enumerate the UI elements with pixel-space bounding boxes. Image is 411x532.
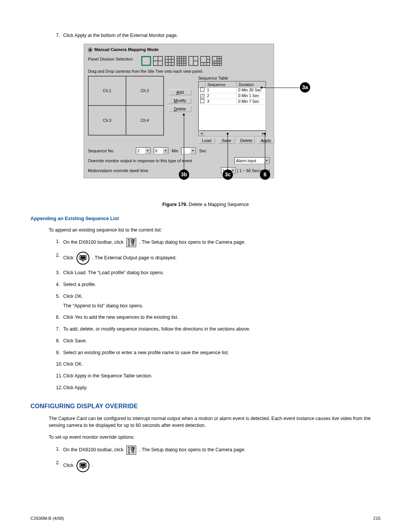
seqno-dd[interactable]: 2▾	[136, 147, 151, 154]
modify-button[interactable]: Modify	[169, 97, 191, 104]
chevron-down-icon[interactable]: ▾	[190, 148, 196, 153]
append-step-7: To add, delete, or modify sequence insta…	[30, 326, 381, 333]
append-step-8: Click Save.	[30, 337, 381, 345]
configure-steps: On the DX8100 toolbar, click . The Setup…	[30, 446, 381, 472]
delete-button[interactable]: Delete	[169, 106, 191, 112]
sequence-table: Sequence Duration 10 Min 30 Sec ✓20 Min …	[198, 81, 266, 131]
seqmin-dd[interactable]: 0▾	[154, 147, 169, 154]
append-step-12: Click Apply.	[30, 384, 381, 391]
callout-3c: 3c	[223, 169, 233, 180]
radio-icon	[88, 48, 92, 52]
seq-header-seq: Sequence	[206, 81, 237, 88]
drag-hint: Drag and Drop cameras from the Site Tree…	[88, 69, 270, 73]
layout-options	[141, 56, 222, 66]
page-footer: C2630M-B (4/08) 215	[30, 516, 381, 521]
append-step-1: On the DX8100 toolbar, click . The Setup…	[30, 238, 381, 247]
checkbox-icon[interactable]	[200, 99, 204, 103]
section-configure-title: CONFIGURING DISPLAY OVERRIDE	[30, 403, 381, 410]
ch1[interactable]: Ch:1	[88, 76, 126, 106]
layout-2x2[interactable]	[153, 56, 163, 66]
table-row[interactable]: ✓20 Min 1 Sec	[199, 93, 266, 99]
seq-table-title: Sequence Table	[198, 76, 274, 80]
checkbox-icon[interactable]	[200, 88, 204, 92]
table-row[interactable]: 10 Min 30 Sec	[199, 88, 266, 93]
load-button[interactable]: Load	[198, 138, 215, 144]
svg-rect-3	[81, 464, 85, 466]
chevron-down-icon[interactable]: ▾	[145, 148, 150, 153]
append-step-5: Click OK. The “Append to list” dialog bo…	[30, 293, 381, 310]
callout-3b: 3b	[179, 169, 189, 180]
layout-big1[interactable]	[188, 56, 198, 66]
append-step-4: Select a profile.	[30, 281, 381, 288]
intro-step-7: Click Apply at the bottom of the Externa…	[30, 32, 381, 39]
append-step-3: Click Load. The “Load profile” dialog bo…	[30, 269, 381, 276]
chevron-down-icon[interactable]: ▾	[163, 148, 168, 153]
panel: Manual Camera Mapping Mode Panel Divisio…	[84, 44, 274, 178]
append-steps: On the DX8100 toolbar, click . The Setup…	[30, 238, 381, 391]
append-intro: To append an existing sequence list to t…	[30, 227, 381, 234]
ch4[interactable]: Ch:4	[126, 105, 164, 135]
append-step-11: Click Apply in the Sequence Table sectio…	[30, 372, 381, 380]
layout-big2[interactable]	[200, 56, 210, 66]
callout-3a: 3a	[300, 82, 310, 93]
monitor-icon	[76, 459, 89, 472]
tools-icon	[126, 238, 136, 247]
ch3[interactable]: Ch:3	[88, 105, 126, 135]
apply-button[interactable]: Apply	[258, 138, 274, 144]
override-row: Override monitor output in response to t…	[88, 157, 270, 164]
tools-icon	[126, 446, 136, 455]
delete2-button[interactable]: Delete	[238, 138, 255, 144]
configure-step-1: On the DX8100 toolbar, click . The Setup…	[30, 446, 381, 455]
save-button[interactable]: Save	[218, 138, 235, 144]
layout-4x4[interactable]	[177, 56, 186, 66]
footer-right: 215	[373, 516, 381, 521]
configure-intro: To set up event monitor override options…	[30, 434, 381, 441]
configure-step-2: Click .	[30, 459, 381, 472]
figure-diagram: Manual Camera Mapping Mode Panel Divisio…	[84, 44, 327, 207]
append-step-10: Click OK.	[30, 361, 381, 368]
intro-steps: Click Apply at the bottom of the Externa…	[30, 32, 381, 39]
channel-grid[interactable]: Ch:1 Ch:2 Ch:3 Ch:4	[88, 76, 164, 136]
layout-1x1[interactable]	[141, 56, 151, 66]
append-step-6: Click Yes to add the new sequences to th…	[30, 314, 381, 321]
division-row: Panel Division Selection	[88, 56, 270, 66]
add-button[interactable]: Add	[169, 89, 191, 95]
panel-mode: Manual Camera Mapping Mode	[88, 47, 270, 52]
layout-3x3[interactable]	[165, 56, 175, 66]
scroll-left-icon[interactable]: ◂	[199, 131, 204, 136]
monitor-icon	[76, 252, 89, 265]
scrollbar[interactable]: ◂ ▸	[198, 131, 266, 136]
table-row[interactable]: 30 Min 7 Sec	[199, 99, 266, 105]
figure-caption: Figure 179. Delete a Mapping Sequence	[84, 202, 327, 207]
svg-rect-1	[81, 256, 85, 259]
append-step-9: Select an existing profile or enter a ne…	[30, 349, 381, 356]
ch2[interactable]: Ch:2	[126, 76, 164, 106]
sequence-no-row: Sequence No. 2▾ 0▾ Min 1▾ Sec	[88, 147, 270, 154]
checkbox-icon[interactable]: ✓	[200, 94, 204, 98]
footer-left: C2630M-B (4/08)	[30, 516, 64, 521]
configure-para: The Capture Card can be configured to in…	[30, 415, 381, 430]
callout-6: 6	[260, 169, 270, 180]
append-step-2: Click . The External Output page is disp…	[30, 252, 381, 265]
layout-big3[interactable]	[212, 56, 222, 66]
division-label: Panel Division Selection	[88, 56, 141, 61]
section-appending-title: Appending an Existing Sequence List	[30, 216, 381, 221]
